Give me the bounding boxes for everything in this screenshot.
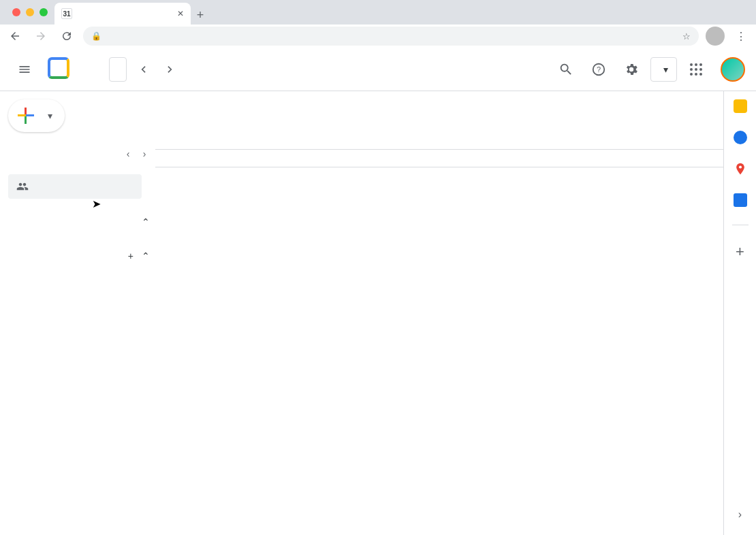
- hour-grid[interactable]: [155, 167, 723, 535]
- tab-bar: 31 ✕ +: [0, 0, 756, 25]
- app-header: ? ▾: [0, 48, 756, 91]
- day-header-row: [155, 91, 723, 150]
- address-bar[interactable]: 🔒 ☆: [83, 27, 699, 46]
- calendar-logo[interactable]: [44, 56, 71, 83]
- calendar-main: + ›: [155, 91, 756, 535]
- close-window[interactable]: [12, 8, 20, 16]
- minimize-window[interactable]: [26, 8, 34, 16]
- add-addon-icon[interactable]: +: [736, 243, 744, 261]
- mouse-cursor: ➤: [92, 197, 101, 210]
- address-row: 🔒 ☆ ⋮: [0, 25, 756, 48]
- new-tab-button[interactable]: +: [191, 5, 210, 25]
- search-icon[interactable]: [552, 56, 580, 83]
- collapse-icon[interactable]: ⌃: [142, 216, 150, 227]
- side-panel: + ›: [723, 91, 756, 535]
- chrome-profile[interactable]: [706, 27, 725, 46]
- mini-calendar: ‹ ›: [8, 146, 155, 167]
- view-selector[interactable]: ▾: [650, 57, 677, 82]
- my-calendars-section: ⌃: [8, 211, 155, 233]
- svg-point-2: [738, 165, 741, 168]
- settings-icon[interactable]: [618, 56, 645, 83]
- svg-point-0: [593, 63, 605, 75]
- maps-icon[interactable]: [734, 162, 747, 176]
- bookmark-icon[interactable]: ☆: [682, 31, 691, 42]
- window-controls[interactable]: [5, 0, 54, 25]
- next-week-button[interactable]: [159, 59, 181, 80]
- tasks-icon[interactable]: [734, 131, 747, 144]
- back-button[interactable]: [5, 27, 25, 46]
- add-calendar-icon[interactable]: +: [128, 250, 133, 261]
- mini-next[interactable]: ›: [136, 146, 153, 162]
- browser-chrome: 31 ✕ + 🔒 ☆ ⋮: [0, 0, 756, 48]
- keep-icon[interactable]: [734, 99, 747, 113]
- help-icon[interactable]: ?: [585, 56, 612, 83]
- forward-button[interactable]: [31, 27, 50, 46]
- account-avatar[interactable]: [721, 57, 745, 82]
- sidebar: ▾ ‹ › ⌃ +: [0, 91, 155, 535]
- collapse-panel-icon[interactable]: ›: [728, 502, 753, 527]
- chrome-menu[interactable]: ⋮: [731, 27, 751, 46]
- search-people-input[interactable]: [8, 174, 142, 199]
- all-day-row: [155, 150, 723, 167]
- meet-icon[interactable]: [734, 193, 747, 207]
- chevron-down-icon: ▾: [663, 64, 668, 75]
- chevron-down-icon: ▾: [48, 110, 52, 121]
- lock-icon: 🔒: [91, 31, 101, 41]
- browser-tab[interactable]: 31 ✕: [54, 3, 191, 25]
- google-apps-icon[interactable]: [682, 56, 710, 83]
- people-icon: [16, 180, 29, 193]
- plus-icon: [18, 108, 34, 124]
- create-button[interactable]: ▾: [8, 99, 65, 132]
- collapse-icon[interactable]: ⌃: [142, 250, 150, 261]
- calendar-favicon: 31: [61, 8, 72, 19]
- maximize-window[interactable]: [40, 8, 48, 16]
- mini-prev[interactable]: ‹: [120, 146, 136, 162]
- prev-week-button[interactable]: [132, 59, 154, 80]
- menu-icon[interactable]: [11, 56, 38, 83]
- reload-button[interactable]: [57, 27, 76, 46]
- svg-text:?: ?: [597, 65, 601, 73]
- today-button[interactable]: [109, 57, 127, 82]
- other-calendars-section: + ⌃: [8, 245, 155, 267]
- close-tab-icon[interactable]: ✕: [177, 9, 184, 18]
